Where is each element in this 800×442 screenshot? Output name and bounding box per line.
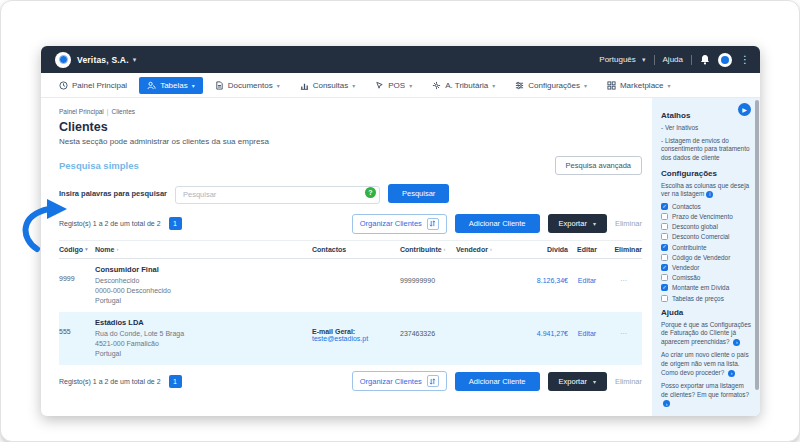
client-address-line: 4521-000 Famalicão [95,339,312,349]
company-name[interactable]: Veritas, S.A. [77,55,129,65]
column-toggle-label: Contactos [672,203,701,210]
checkbox-unchecked-icon[interactable] [661,274,668,281]
advanced-search-button[interactable]: Pesquisa avançada [555,156,642,175]
nav-item-pos[interactable]: POS ▾ [367,77,420,94]
user-avatar[interactable] [718,53,732,67]
table-row[interactable]: 9999 Consumidor Final Desconhecido 0000-… [59,259,642,312]
shortcut-link[interactable]: - Ver Inativos [661,124,751,133]
column-toggle[interactable]: Código de Vendedor [661,254,751,261]
column-toggle[interactable]: Comissão [661,274,751,281]
breadcrumb-current: Clientes [112,108,135,115]
help-link-icon[interactable]: › [733,339,740,346]
sidebar-collapse-button[interactable]: ▶ [738,103,751,116]
nav-item-marketplace[interactable]: Marketplace ▾ [599,77,679,94]
client-name: Estádios LDA [95,318,312,327]
checkbox-checked-icon[interactable]: ✓ [661,264,668,271]
main-nav: Painel Principal Tabelas ▾ Documentos ▾ … [41,73,760,98]
row-more-button[interactable]: ⋯ [606,318,642,338]
window-scrollbar[interactable] [755,100,759,400]
row-more-button[interactable]: ⋯ [606,265,642,285]
notification-bell-icon[interactable] [700,54,710,65]
edit-link[interactable]: Editar [568,265,606,284]
search-input[interactable] [175,186,380,204]
column-toggle[interactable]: Prazo de Vencimento [661,213,751,220]
titlebar: Veritas, S.A. ▾ Português ▾ Ajuda ⋮ [41,46,760,73]
scrollbar-thumb[interactable] [755,100,759,390]
info-icon[interactable]: i [706,191,713,198]
column-toggle[interactable]: Desconto Comercial [661,233,751,240]
client-debt[interactable]: 4.941,27€ [508,318,568,337]
client-code: 555 [59,318,95,335]
checkbox-unchecked-icon[interactable] [661,254,668,261]
help-link[interactable]: Ajuda [663,55,683,64]
nav-item-tabelas[interactable]: Tabelas ▾ [139,77,203,94]
toolbar-top: Registo(s) 1 a 2 de um total de 2 1 Orga… [59,214,642,234]
nav-item-consultas[interactable]: Consultas ▾ [292,77,364,94]
help-link-icon[interactable]: › [663,400,670,407]
kebab-menu-icon[interactable]: ⋮ [740,54,750,65]
checkbox-checked-icon[interactable]: ✓ [661,284,668,291]
search-button[interactable]: Pesquisar [388,184,449,203]
checkbox-unchecked-icon[interactable] [661,223,668,230]
breadcrumb-parent[interactable]: Painel Principal [59,108,104,115]
header-nome[interactable]: Nome› [95,246,312,253]
client-debt[interactable]: 8.126,34€ [508,265,568,284]
nav-item-a-tributaria[interactable]: A. Tributária ▾ [424,77,503,94]
header-vendedor[interactable]: Vendedor› [456,246,508,253]
header-codigo[interactable]: Código▾ [59,246,95,253]
add-client-button[interactable]: Adicionar Cliente [455,372,540,391]
delete-button[interactable]: Eliminar [615,219,642,228]
breadcrumb: Painel Principal|Clientes [59,108,642,115]
delete-button[interactable]: Eliminar [615,377,642,386]
column-toggle[interactable]: ✓Montante em Dívida [661,284,751,291]
records-count: Registo(s) 1 a 2 de um total de 2 [59,220,161,227]
client-vat: 237463326 [400,318,456,337]
column-toggle[interactable]: ✓Contribuinte [661,244,751,251]
search-help-icon[interactable]: ? [365,187,376,198]
help-question-link[interactable]: Porque é que as Configurações de Faturaç… [661,321,751,347]
nav-item-painel-principal[interactable]: Painel Principal [51,77,135,94]
column-toggle[interactable]: ✓Contactos [661,203,751,210]
organize-clients-button[interactable]: Organizar Clientes [352,371,447,391]
export-button[interactable]: Exportar ▾ [548,372,607,391]
column-toggle[interactable]: Desconto global [661,223,751,230]
edit-link[interactable]: Editar [568,318,606,337]
checkbox-unchecked-icon[interactable] [661,233,668,240]
column-toggle-label: Tabelas de preços [672,295,724,302]
checkbox-unchecked-icon[interactable] [661,295,668,302]
header-divida[interactable]: Dívida [508,246,568,253]
column-toggle[interactable]: ✓Vendedor [661,264,751,271]
client-address-line: Portugal [95,296,312,306]
help-question-link[interactable]: Ao criar um novo cliente o país de orige… [661,351,751,377]
help-question-link[interactable]: Posso exportar uma listagem de clientes?… [661,382,751,408]
chevron-down-icon: ▾ [192,82,195,89]
client-address-line: Rua do Conde, Lote 5 Braga [95,329,312,339]
page-title: Clientes [59,120,642,134]
sort-icon: › [490,246,492,252]
column-toggle-label: Prazo de Vencimento [672,213,733,220]
column-toggle-label: Código de Vendedor [672,254,730,261]
page-subtitle: Nesta secção pode administrar os cliente… [59,137,642,146]
shortcut-link[interactable]: - Listagem de envios do consentimento pa… [661,137,751,163]
nav-item-documentos[interactable]: Documentos ▾ [207,77,288,94]
header-contribuinte[interactable]: Contribuinte› [400,246,456,253]
contact-email-link[interactable]: teste@estadios.pt [312,335,400,342]
chevron-down-icon: ▾ [584,82,587,89]
add-client-button[interactable]: Adicionar Cliente [455,214,540,233]
help-link-icon[interactable]: › [728,370,735,377]
organize-clients-button[interactable]: Organizar Clientes [352,214,447,234]
page-number-button[interactable]: 1 [169,375,182,388]
pos-terminal-icon [375,81,384,90]
table-row[interactable]: 555 Estádios LDA Rua do Conde, Lote 5 Br… [59,312,642,365]
export-button[interactable]: Exportar ▾ [548,214,607,233]
nav-item-configuracoes[interactable]: Configurações ▾ [507,77,595,94]
people-icon [147,81,156,90]
checkbox-unchecked-icon[interactable] [661,213,668,220]
checkbox-checked-icon[interactable]: ✓ [661,244,668,251]
language-selector[interactable]: Português ▾ [599,55,645,64]
page-number-button[interactable]: 1 [169,217,182,230]
help-question-text: Posso exportar uma listagem de clientes?… [661,382,749,398]
client-name: Consumidor Final [95,265,312,274]
column-toggle[interactable]: Tabelas de preços [661,295,751,302]
checkbox-checked-icon[interactable]: ✓ [661,203,668,210]
